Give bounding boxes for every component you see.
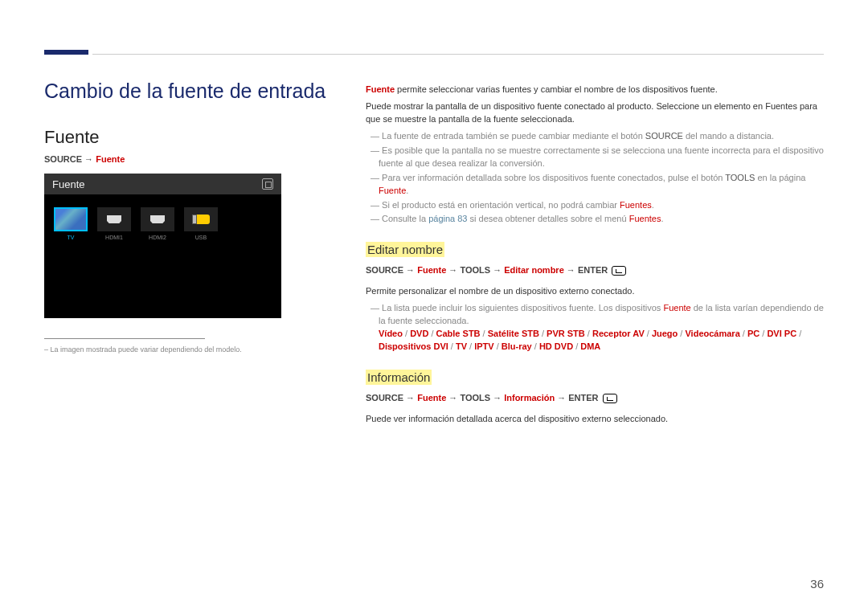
source-item-hdmi2: HDMI2 (141, 207, 174, 240)
screenshot-header: Fuente (44, 174, 281, 194)
enter-icon (603, 394, 617, 403)
hdmi-icon (141, 207, 174, 231)
screenshot-title: Fuente (52, 178, 84, 190)
tools-icon (262, 178, 273, 190)
intro-line1: Fuente permite seleccionar varias fuente… (366, 84, 824, 96)
source-label: HDMI2 (141, 235, 174, 240)
source-item-tv: TV (54, 207, 88, 240)
note-item: Es posible que la pantalla no se muestre… (366, 145, 824, 170)
source-item-hdmi1: HDMI1 (97, 207, 131, 240)
edit-body: Permite personalizar el nombre de un dis… (366, 285, 824, 298)
usb-icon (184, 207, 218, 231)
source-item-usb: USB (184, 207, 218, 240)
footnote-prefix: – (44, 345, 51, 353)
notes-block-2: La lista puede incluir los siguientes di… (366, 302, 824, 353)
section-heading-fuente: Fuente (44, 127, 334, 148)
subheading-editar-nombre: Editar nombre (366, 242, 444, 257)
enter-icon (612, 266, 626, 276)
nav-source: SOURCE (44, 154, 82, 164)
nav-fuente: Fuente (96, 154, 125, 164)
subheading-informacion: Información (366, 370, 432, 385)
notes-block-1: La fuente de entrada también se puede ca… (366, 130, 824, 227)
note-item: Para ver información detallada sobre los… (366, 172, 824, 198)
note-item: Consulte la página 83 si desea obtener d… (366, 213, 824, 226)
nav-path-editar: SOURCE → Fuente → TOOLS → Editar nombre … (366, 265, 824, 276)
source-thumbnails: TV HDMI1 HDMI2 USB (44, 194, 281, 253)
header-rule (92, 54, 824, 55)
note-item: La fuente de entrada también se puede ca… (366, 130, 824, 143)
note-item: Si el producto está en orientación verti… (366, 199, 824, 212)
page-number: 36 (810, 577, 824, 591)
right-column: Fuente permite seleccionar varias fuente… (366, 84, 824, 430)
info-body: Puede ver información detallada acerca d… (366, 413, 824, 426)
intro-fuente: Fuente (366, 84, 395, 94)
source-label: TV (54, 235, 88, 240)
page-title: Cambio de la fuente de entrada (44, 79, 334, 103)
hdmi-icon (97, 207, 131, 231)
source-label: USB (184, 235, 218, 240)
nav-arrow: → (82, 154, 96, 164)
nav-path-fuente: SOURCE → Fuente (44, 154, 334, 164)
footnote-text: La imagen mostrada puede variar dependie… (51, 345, 242, 353)
intro-line2: Puede mostrar la pantalla de un disposit… (366, 100, 824, 126)
screenshot-fuente: Fuente TV HDMI1 HDMI2 USB (44, 174, 281, 318)
page-link[interactable]: página 83 (428, 214, 467, 223)
left-column: Cambio de la fuente de entrada Fuente SO… (44, 79, 334, 353)
note-item: La lista puede incluir los siguientes di… (366, 302, 824, 353)
intro-rest: permite seleccionar varias fuentes y cam… (395, 84, 718, 94)
header-accent-bar (44, 50, 88, 55)
footnote: – La imagen mostrada puede variar depend… (44, 345, 334, 353)
footnote-divider (44, 338, 205, 339)
device-list: Vídeo / DVD / Cable STB / Satélite STB /… (379, 329, 801, 351)
tv-icon (54, 207, 88, 231)
nav-path-informacion: SOURCE → Fuente → TOOLS → Información → … (366, 393, 824, 403)
source-label: HDMI1 (97, 235, 131, 240)
